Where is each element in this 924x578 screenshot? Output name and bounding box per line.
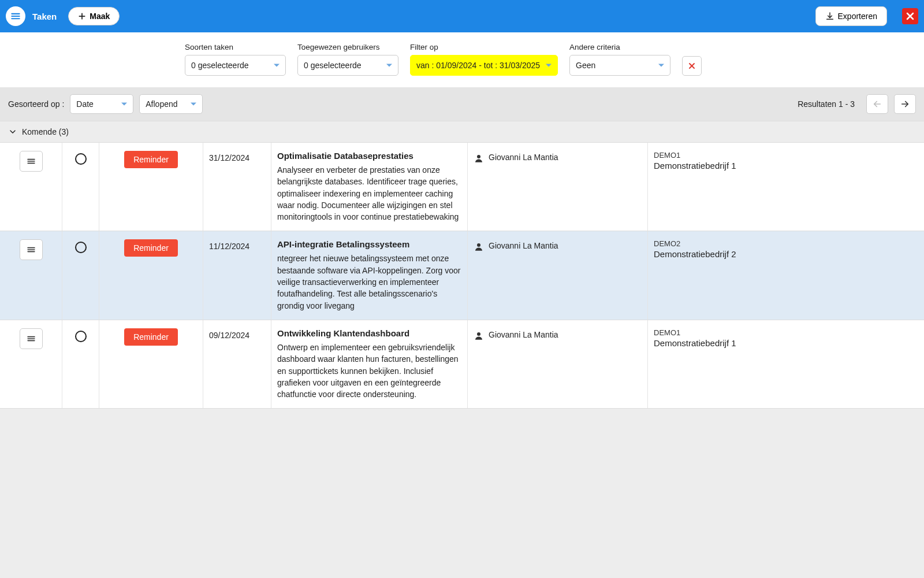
sort-field-select[interactable]: Date: [70, 94, 133, 114]
sort-direction-select[interactable]: Aflopend: [139, 94, 203, 114]
export-button-label: Exporteren: [838, 12, 877, 21]
user-icon: [474, 331, 484, 341]
task-date: 11/12/2024: [203, 231, 271, 319]
task-user: Giovanni La Mantia: [489, 241, 558, 250]
page-title: Taken: [32, 12, 57, 21]
filter-date-range: Filter op van : 01/09/2024 - tot : 31/03…: [410, 43, 558, 76]
task-complete-toggle[interactable]: [75, 331, 87, 342]
filter-assigned-users: Toegewezen gebruikers 0 geselecteerde: [297, 43, 398, 76]
results-text: Resultaten 1 - 3: [798, 99, 855, 109]
app-header: Taken Maak Exporteren: [0, 0, 924, 32]
company-name: Demonstratiebedrijf 1: [654, 338, 918, 348]
task-description: Ontwerp en implementeer een gebruiksvrie…: [277, 342, 461, 400]
hamburger-icon: [25, 155, 37, 167]
next-page-button[interactable]: [894, 94, 916, 114]
section-header-upcoming[interactable]: Komende (3): [0, 121, 924, 143]
sort-label: Gesorteerd op :: [8, 99, 64, 109]
x-icon: [687, 61, 696, 71]
filter-label: Andere criteria: [569, 43, 670, 51]
task-complete-toggle[interactable]: [75, 153, 87, 165]
filter-label: Soorten taken: [185, 43, 286, 51]
task-type-tag: Reminder: [124, 239, 178, 257]
sort-bar: Gesorteerd op : Date Aflopend Resultaten…: [0, 87, 924, 121]
section-title: Komende (3): [22, 127, 69, 136]
company-name: Demonstratiebedrijf 2: [654, 249, 918, 259]
task-title: API-integratie Betalingssysteem: [277, 239, 461, 249]
company-name: Demonstratiebedrijf 1: [654, 161, 918, 171]
filter-other-criteria: Andere criteria Geen: [569, 43, 670, 76]
filter-task-types: Soorten taken 0 geselecteerde: [185, 43, 286, 76]
row-menu-button[interactable]: [20, 239, 43, 260]
task-type-tag: Reminder: [124, 328, 178, 346]
create-button-label: Maak: [90, 12, 110, 21]
assigned-users-select[interactable]: 0 geselecteerde: [297, 55, 398, 76]
row-menu-button[interactable]: [20, 151, 43, 172]
task-date: 09/12/2024: [203, 320, 271, 408]
task-row: Reminder 11/12/2024 API-integratie Betal…: [0, 231, 924, 320]
arrow-left-icon: [872, 99, 882, 109]
filter-bar: Soorten taken 0 geselecteerde Toegewezen…: [0, 32, 924, 87]
task-complete-toggle[interactable]: [75, 242, 87, 253]
task-description: ntegreer het nieuwe betalingssysteem met…: [277, 253, 461, 311]
user-icon: [474, 242, 484, 252]
menu-button[interactable]: [6, 6, 25, 26]
hamburger-icon: [25, 333, 37, 344]
task-row: Reminder 09/12/2024 Ontwikkeling Klanten…: [0, 320, 924, 409]
date-range-select[interactable]: van : 01/09/2024 - tot : 31/03/2025: [410, 55, 558, 76]
hamburger-icon: [25, 244, 37, 255]
task-type-tag: Reminder: [124, 151, 178, 168]
filter-label: Toegewezen gebruikers: [297, 43, 398, 51]
task-title: Optimalisatie Databaseprestaties: [277, 151, 461, 161]
task-list: Reminder 31/12/2024 Optimalisatie Databa…: [0, 143, 924, 409]
task-user: Giovanni La Mantia: [489, 330, 558, 339]
user-icon: [474, 153, 484, 164]
prev-page-button[interactable]: [866, 94, 888, 114]
task-user: Giovanni La Mantia: [489, 153, 558, 162]
task-description: Analyseer en verbeter de prestaties van …: [277, 164, 461, 223]
chevron-down-icon: [8, 127, 17, 136]
company-code: DEMO2: [654, 239, 918, 248]
task-title: Ontwikkeling Klantendashboard: [277, 328, 461, 338]
filter-label: Filter op: [410, 43, 558, 51]
plus-icon: [78, 12, 86, 20]
arrow-right-icon: [900, 99, 910, 109]
task-row: Reminder 31/12/2024 Optimalisatie Databa…: [0, 143, 924, 231]
company-code: DEMO1: [654, 151, 918, 160]
row-menu-button[interactable]: [20, 328, 43, 349]
create-button[interactable]: Maak: [68, 7, 120, 25]
export-button[interactable]: Exporteren: [815, 6, 887, 26]
hamburger-icon: [10, 10, 21, 22]
clear-filters-button[interactable]: [682, 56, 702, 76]
svg-point-14: [477, 155, 480, 158]
task-date: 31/12/2024: [203, 143, 271, 231]
close-button[interactable]: [902, 8, 918, 24]
svg-point-18: [477, 243, 480, 247]
svg-point-22: [477, 332, 480, 336]
company-code: DEMO1: [654, 328, 918, 337]
other-criteria-select[interactable]: Geen: [569, 55, 670, 76]
close-icon: [904, 10, 916, 22]
task-types-select[interactable]: 0 geselecteerde: [185, 55, 286, 76]
download-icon: [825, 12, 834, 21]
